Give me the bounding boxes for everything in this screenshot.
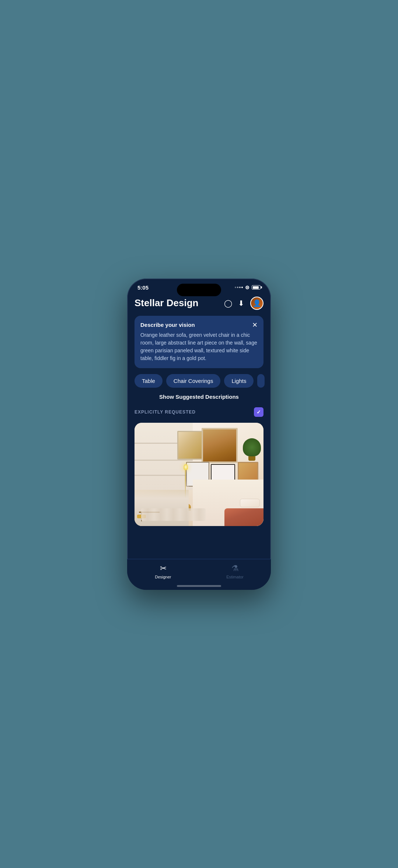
shelf-2 bbox=[135, 460, 193, 461]
chip-chair-coverings[interactable]: Chair Coverings bbox=[166, 374, 221, 388]
flask-icon: ⚗ bbox=[231, 564, 239, 573]
vision-card-header: Describe your vision ✕ bbox=[140, 322, 258, 328]
explicitly-label: EXPLICITLY REQUESTED bbox=[135, 409, 196, 415]
phone-shell: 5:05 ⊜ Stellar Design ◯ ⬇ 👤 Desc bbox=[127, 279, 271, 590]
avatar[interactable]: 👤 bbox=[250, 297, 263, 310]
bed-blanket bbox=[224, 508, 263, 526]
chip-overflow bbox=[257, 374, 265, 388]
wifi-icon: ⊜ bbox=[245, 284, 249, 290]
filter-chips: Table Chair Coverings Lights bbox=[127, 374, 271, 394]
scissors-icon: ✂ bbox=[160, 564, 167, 573]
camera-icon[interactable]: ◯ bbox=[224, 299, 232, 308]
status-time: 5:05 bbox=[137, 284, 152, 291]
vision-card: Describe your vision ✕ Orange leather so… bbox=[135, 316, 263, 368]
vision-title: Describe your vision bbox=[140, 322, 195, 328]
plant-pot bbox=[248, 456, 256, 461]
show-suggested-button[interactable]: Show Suggested Descriptions bbox=[135, 394, 263, 400]
wall-art-2 bbox=[202, 428, 238, 463]
battery-icon bbox=[252, 285, 261, 290]
dynamic-island bbox=[177, 284, 221, 296]
signal-dots-icon bbox=[235, 287, 243, 288]
nav-designer[interactable]: ✂ Designer bbox=[127, 564, 199, 579]
chip-table[interactable]: Table bbox=[135, 374, 163, 388]
lamp-bulb bbox=[184, 464, 188, 470]
app-title: Stellar Design bbox=[135, 297, 198, 309]
explicitly-requested-section: EXPLICITLY REQUESTED ✓ bbox=[135, 407, 263, 417]
nav-estimator-label: Estimator bbox=[226, 575, 243, 579]
close-icon[interactable]: ✕ bbox=[252, 322, 258, 328]
hanging-plant bbox=[243, 438, 261, 461]
room-image bbox=[135, 423, 263, 526]
explicitly-checkbox[interactable]: ✓ bbox=[254, 407, 263, 417]
chip-lights[interactable]: Lights bbox=[224, 374, 254, 388]
scroll-content: Describe your vision ✕ Orange leather so… bbox=[127, 316, 271, 575]
nav-designer-label: Designer bbox=[155, 575, 171, 579]
checkbox-check-icon: ✓ bbox=[256, 409, 261, 415]
nav-estimator[interactable]: ⚗ Estimator bbox=[199, 564, 271, 579]
vision-text: Orange leather sofa, green velvet chair … bbox=[140, 331, 258, 362]
status-icons: ⊜ bbox=[235, 284, 261, 290]
bottom-nav: ✂ Designer ⚗ Estimator bbox=[127, 559, 271, 590]
download-icon[interactable]: ⬇ bbox=[238, 299, 244, 308]
bed-pillow bbox=[240, 499, 260, 507]
wall-art-1 bbox=[177, 431, 206, 460]
rug bbox=[141, 508, 206, 521]
app-header: Stellar Design ◯ ⬇ 👤 bbox=[127, 294, 271, 316]
plant-leaves bbox=[243, 438, 261, 456]
home-indicator bbox=[177, 585, 221, 587]
header-icons: ◯ ⬇ 👤 bbox=[224, 297, 263, 310]
room-image-inner bbox=[135, 423, 263, 526]
